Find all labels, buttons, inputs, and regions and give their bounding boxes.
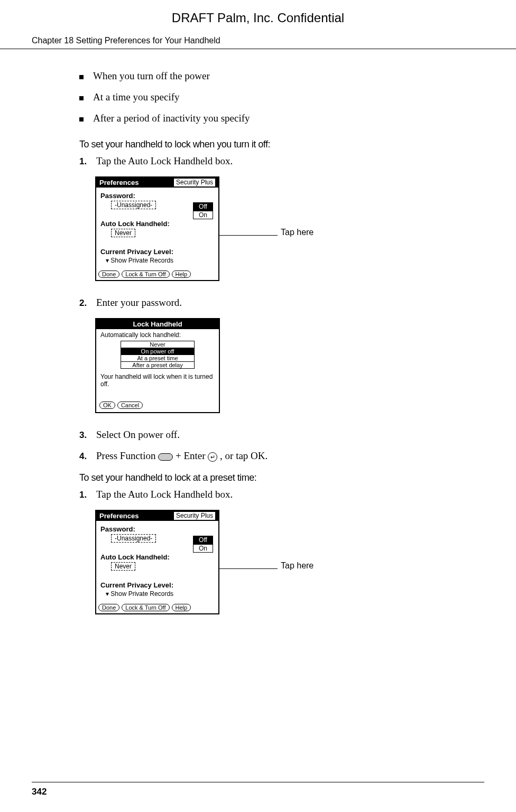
step4-pre: Press Function bbox=[96, 450, 158, 461]
lock-turnoff-button[interactable]: Lock & Turn Off bbox=[122, 604, 169, 611]
off-option[interactable]: Off bbox=[193, 202, 213, 211]
step-1: 1. Tap the Auto Lock Handheld box. bbox=[79, 155, 484, 167]
bullet-text: After a period of inactivity you specify bbox=[93, 113, 250, 124]
help-button[interactable]: Help bbox=[172, 604, 191, 611]
step-text: Tap the Auto Lock Handheld box. bbox=[96, 489, 484, 500]
bullet-item: At a time you specify bbox=[79, 91, 484, 103]
step4-post: , or tap OK. bbox=[220, 450, 268, 461]
enter-key-icon: ↵ bbox=[208, 452, 217, 462]
help-button[interactable]: Help bbox=[172, 270, 191, 278]
palm-preferences-screen: Preferences Security Plus Password: -Una… bbox=[95, 510, 219, 614]
callout-line bbox=[219, 235, 278, 236]
callout-tap-here: Tap here bbox=[281, 228, 314, 237]
step-number: 1. bbox=[79, 490, 90, 500]
palm-title-left: Preferences bbox=[99, 512, 139, 520]
palm-titlebar: Preferences Security Plus bbox=[96, 178, 218, 188]
procedure-heading-turnoff: To set your handheld to lock when you tu… bbox=[79, 139, 484, 150]
palm-lock-handheld-screen: Lock Handheld Automatically lock handhel… bbox=[95, 318, 220, 413]
autolock-label: Auto Lock Handheld: bbox=[100, 220, 214, 228]
figure-preferences-2: Preferences Security Plus Password: -Una… bbox=[95, 510, 484, 614]
function-key-icon bbox=[158, 453, 173, 461]
step-number: 3. bbox=[79, 430, 90, 441]
done-button[interactable]: Done bbox=[98, 270, 119, 278]
privacy-label: Current Privacy Level: bbox=[100, 581, 214, 589]
ok-button[interactable]: OK bbox=[99, 402, 115, 409]
step-text: Select On power off. bbox=[96, 429, 484, 441]
off-option[interactable]: Off bbox=[193, 536, 213, 544]
lock-options-list: Never On power off At a preset time Afte… bbox=[121, 341, 195, 369]
section2-step-1: 1. Tap the Auto Lock Handheld box. bbox=[79, 489, 484, 500]
step-text: Press Function + Enter ↵ , or tap OK. bbox=[96, 450, 484, 462]
palm-titlebar: Preferences Security Plus bbox=[96, 511, 218, 521]
palm-preferences-screen: Preferences Security Plus Password: -Una… bbox=[95, 176, 219, 281]
step-number: 2. bbox=[79, 298, 90, 309]
bullet-text: When you turn off the power bbox=[93, 70, 210, 82]
bullet-list: When you turn off the power At a time yo… bbox=[79, 70, 484, 124]
autolock-selector[interactable]: Never bbox=[111, 562, 135, 571]
step-4: 4. Press Function + Enter ↵ , or tap OK. bbox=[79, 450, 484, 462]
done-button[interactable]: Done bbox=[98, 604, 119, 611]
procedure-heading-presettime: To set your handheld to lock at a preset… bbox=[79, 472, 484, 483]
callout-tap-here: Tap here bbox=[281, 561, 314, 571]
privacy-label: Current Privacy Level: bbox=[100, 248, 214, 256]
step-number: 4. bbox=[79, 451, 90, 462]
chapter-header: Chapter 18 Setting Preferences for Your … bbox=[0, 36, 516, 49]
step-number: 1. bbox=[79, 156, 90, 167]
on-option[interactable]: On bbox=[193, 544, 213, 553]
bullet-icon bbox=[79, 117, 84, 122]
step-text: Tap the Auto Lock Handheld box. bbox=[96, 155, 484, 167]
palm-title-right: Security Plus bbox=[174, 179, 215, 186]
off-on-toggle[interactable]: Off On bbox=[193, 202, 213, 219]
bullet-icon bbox=[79, 75, 84, 79]
step-3: 3. Select On power off. bbox=[79, 429, 484, 441]
password-field[interactable]: -Unassigned- bbox=[111, 201, 156, 209]
page-number: 342 bbox=[32, 787, 47, 797]
lock-title: Lock Handheld bbox=[96, 319, 219, 329]
bullet-icon bbox=[79, 96, 84, 100]
lock-prompt: Automatically lock handheld: bbox=[100, 331, 215, 339]
lock-option-preset-time[interactable]: At a preset time bbox=[121, 355, 195, 362]
lock-option-preset-delay[interactable]: After a preset delay bbox=[121, 362, 195, 369]
off-on-toggle[interactable]: Off On bbox=[193, 536, 213, 553]
step-text: Enter your password. bbox=[96, 297, 484, 309]
password-label: Password: bbox=[100, 525, 214, 533]
password-field[interactable]: -Unassigned- bbox=[111, 534, 156, 543]
footer-rule bbox=[32, 782, 484, 782]
cancel-button[interactable]: Cancel bbox=[117, 402, 143, 409]
palm-title-right: Security Plus bbox=[174, 512, 215, 520]
step-2: 2. Enter your password. bbox=[79, 297, 484, 309]
palm-title-left: Preferences bbox=[99, 179, 139, 186]
password-label: Password: bbox=[100, 192, 214, 200]
privacy-dropdown[interactable]: ▾ Show Private Records bbox=[106, 257, 214, 264]
privacy-dropdown[interactable]: ▾ Show Private Records bbox=[106, 590, 214, 598]
figure-preferences-1: Preferences Security Plus Password: -Una… bbox=[95, 176, 484, 281]
lock-option-on-power-off[interactable]: On power off bbox=[121, 348, 195, 355]
step4-mid: + Enter bbox=[176, 450, 208, 461]
bullet-item: When you turn off the power bbox=[79, 70, 484, 82]
bullet-text: At a time you specify bbox=[93, 91, 180, 103]
lock-option-never[interactable]: Never bbox=[121, 341, 195, 348]
autolock-selector[interactable]: Never bbox=[111, 229, 135, 237]
callout-line bbox=[219, 568, 278, 569]
autolock-label: Auto Lock Handheld: bbox=[100, 553, 214, 561]
draft-confidential-header: DRAFT Palm, Inc. Confidential bbox=[0, 0, 516, 36]
lock-message: Your handheld will lock when it is turne… bbox=[100, 373, 215, 388]
lock-turnoff-button[interactable]: Lock & Turn Off bbox=[122, 270, 169, 278]
on-option[interactable]: On bbox=[193, 211, 213, 219]
bullet-item: After a period of inactivity you specify bbox=[79, 113, 484, 124]
